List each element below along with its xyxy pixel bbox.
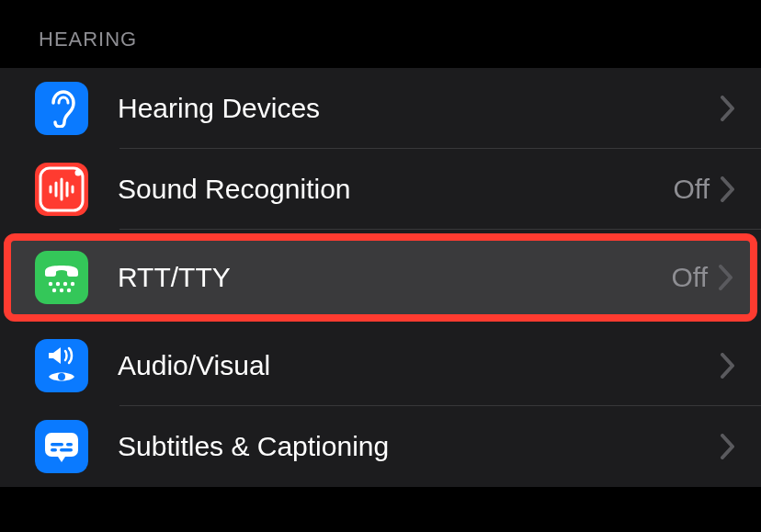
row-rtt-tty[interactable]: RTT/TTY Off xyxy=(7,237,754,318)
row-audio-visual[interactable]: Audio/Visual xyxy=(0,325,761,406)
chevron-right-icon xyxy=(721,176,735,202)
svg-rect-18 xyxy=(51,448,57,452)
chevron-right-icon xyxy=(721,353,735,379)
ear-icon xyxy=(35,82,88,135)
row-label: Hearing Devices xyxy=(118,93,721,124)
chevron-right-icon xyxy=(719,265,733,290)
settings-list: Hearing Devices Sound Recognition Off xyxy=(0,68,761,487)
svg-rect-16 xyxy=(51,443,63,447)
row-label: Subtitles & Captioning xyxy=(118,431,721,462)
row-label: Sound Recognition xyxy=(118,174,674,205)
row-value: Off xyxy=(672,262,708,293)
separator xyxy=(119,229,761,230)
speaker-eye-icon xyxy=(35,339,88,392)
chevron-right-icon xyxy=(721,96,735,121)
row-hearing-devices[interactable]: Hearing Devices xyxy=(0,68,761,149)
svg-point-9 xyxy=(63,282,67,286)
chevron-right-icon xyxy=(721,434,735,459)
svg-point-7 xyxy=(49,282,52,286)
caption-icon xyxy=(35,420,88,473)
row-subtitles-captioning[interactable]: Subtitles & Captioning xyxy=(0,406,761,487)
svg-rect-17 xyxy=(66,443,73,447)
svg-point-11 xyxy=(52,289,56,292)
svg-point-1 xyxy=(75,170,82,176)
svg-point-14 xyxy=(58,373,65,380)
tty-icon xyxy=(35,251,88,304)
section-header-hearing: Hearing xyxy=(0,0,761,68)
row-value: Off xyxy=(674,174,710,205)
waveform-icon xyxy=(35,163,88,216)
svg-point-12 xyxy=(60,289,63,292)
svg-point-8 xyxy=(56,282,60,286)
svg-rect-19 xyxy=(60,448,73,452)
row-label: Audio/Visual xyxy=(118,350,721,381)
svg-point-13 xyxy=(67,289,71,292)
row-label: RTT/TTY xyxy=(118,262,672,293)
svg-point-10 xyxy=(71,282,74,286)
row-sound-recognition[interactable]: Sound Recognition Off xyxy=(0,149,761,230)
